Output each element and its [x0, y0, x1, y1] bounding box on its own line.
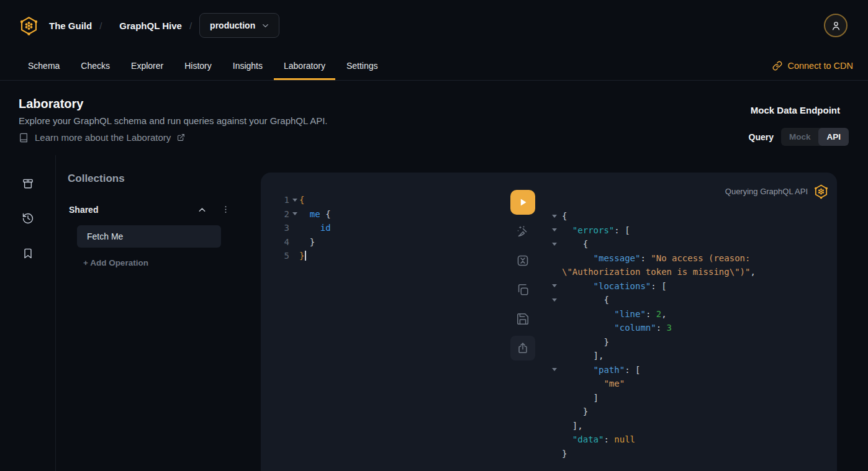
- code-token: me: [310, 209, 320, 219]
- line-number: 5: [279, 251, 289, 261]
- code-token: : [: [625, 365, 640, 375]
- code-token: }: [562, 337, 609, 347]
- fold-toggle-icon[interactable]: [546, 215, 562, 218]
- code-token: "locations": [594, 281, 651, 291]
- code-token: :: [656, 323, 667, 333]
- share-button[interactable]: [510, 336, 535, 361]
- code-token: {: [562, 239, 588, 249]
- fold-toggle-icon[interactable]: [546, 228, 562, 231]
- kebab-menu-icon[interactable]: [221, 204, 230, 215]
- copy-query-button[interactable]: [510, 277, 535, 302]
- fold-toggle-icon[interactable]: [546, 298, 562, 302]
- learn-more-link[interactable]: Learn more about the Laboratory: [19, 132, 185, 143]
- user-avatar[interactable]: [824, 14, 848, 37]
- endpoint-mode-label: Query: [749, 132, 774, 142]
- endpoint-option-api[interactable]: API: [818, 128, 849, 146]
- merge-fragments-button[interactable]: [510, 248, 535, 273]
- query-editor[interactable]: 1{2 me {3 id4 }5}: [279, 193, 503, 263]
- code-token: :: [604, 434, 614, 444]
- code-token: ]: [562, 393, 599, 403]
- laboratory-rail: [0, 155, 56, 471]
- collection-group-shared[interactable]: Shared: [57, 202, 261, 217]
- response-line: ]: [546, 391, 833, 405]
- bookmark-icon[interactable]: [22, 247, 34, 259]
- query-line: 4 }: [279, 235, 503, 249]
- tab-history[interactable]: History: [174, 51, 222, 80]
- line-number: 3: [279, 223, 289, 233]
- save-button[interactable]: [510, 307, 535, 331]
- play-icon: [516, 195, 530, 209]
- hive-logo-icon[interactable]: [19, 16, 39, 36]
- collection-group-label: Shared: [69, 205, 197, 215]
- graphiql-panel: 1{2 me {3 id4 }5}: [261, 173, 837, 471]
- page-header: Laboratory Explore your GraphQL schema a…: [0, 81, 868, 155]
- merge-icon: [515, 253, 530, 268]
- page-description: Explore your GraphQL schema and run quer…: [19, 115, 328, 126]
- endpoint-option-mock[interactable]: Mock: [781, 128, 819, 146]
- line-number: 1: [279, 195, 289, 205]
- response-line: }: [546, 335, 833, 349]
- code-token: [562, 281, 594, 291]
- connect-to-cdn-link[interactable]: Connect to CDN: [772, 51, 853, 80]
- fold-toggle-icon[interactable]: [546, 243, 562, 246]
- text-cursor: [305, 251, 306, 261]
- collections-panel: Collections Shared Fetch Me + Add Operat…: [57, 155, 261, 471]
- code-token: :: [646, 309, 656, 319]
- tab-laboratory[interactable]: Laboratory: [274, 51, 335, 80]
- history-icon[interactable]: [22, 212, 34, 225]
- fold-toggle-icon[interactable]: [546, 284, 562, 287]
- code-token: ,: [750, 267, 755, 277]
- tab-insights[interactable]: Insights: [223, 51, 273, 80]
- code-token: "me": [604, 379, 625, 388]
- code-token: :: [640, 253, 651, 263]
- response-viewer[interactable]: { "errors": [ { "message": "No access (r…: [546, 209, 833, 460]
- code-token: \"Authorization token is missing\")": [562, 267, 750, 277]
- operation-item[interactable]: Fetch Me: [77, 225, 221, 248]
- collections-icon[interactable]: [22, 177, 34, 190]
- execute-query-button[interactable]: [510, 190, 535, 215]
- response-pane: Querying GraphQL API { "errors": [ { "me…: [546, 173, 837, 471]
- tab-schema[interactable]: Schema: [18, 51, 70, 80]
- code-token: "line": [614, 309, 646, 319]
- prettify-button[interactable]: [510, 219, 535, 244]
- endpoint-mode-row: Query MockAPI: [749, 128, 849, 146]
- save-icon: [516, 312, 530, 326]
- response-line: ],: [546, 419, 833, 433]
- link-icon: [772, 61, 782, 71]
- tab-explorer[interactable]: Explorer: [121, 51, 173, 80]
- code-token: [562, 365, 594, 375]
- code-token: [562, 225, 572, 235]
- target-selector-label: production: [210, 20, 255, 30]
- code-token: 2: [656, 309, 661, 319]
- chevron-down-icon: [261, 21, 270, 30]
- target-selector-button[interactable]: production: [199, 13, 279, 38]
- code-token: }: [562, 449, 567, 459]
- breadcrumb-org[interactable]: The Guild: [49, 20, 92, 31]
- response-line: ],: [546, 349, 833, 363]
- project-nav: SchemaChecksExplorerHistoryInsightsLabor…: [0, 51, 868, 81]
- fold-toggle-icon[interactable]: [291, 199, 299, 202]
- response-line: "line": 2,: [546, 307, 833, 321]
- tab-checks[interactable]: Checks: [71, 51, 120, 80]
- query-line: 1{: [279, 193, 503, 207]
- learn-more-label: Learn more about the Laboratory: [35, 132, 171, 143]
- code-token: }: [562, 406, 588, 416]
- code-token: ],: [562, 421, 583, 431]
- query-line: 2 me {: [279, 207, 503, 222]
- top-bar: The Guild / GraphQL Hive / production: [0, 0, 868, 51]
- tab-settings[interactable]: Settings: [337, 51, 388, 80]
- response-line: \"Authorization token is missing\")",: [546, 265, 833, 279]
- breadcrumb-project[interactable]: GraphQL Hive: [119, 20, 182, 31]
- code-token: 3: [667, 323, 672, 333]
- response-line: {: [546, 237, 833, 251]
- code-token: ,: [661, 309, 666, 319]
- mock-endpoint-heading: Mock Data Endpoint: [751, 105, 840, 115]
- add-operation-button[interactable]: + Add Operation: [83, 258, 261, 267]
- page-title: Laboratory: [19, 97, 83, 111]
- fold-toggle-icon[interactable]: [291, 212, 299, 215]
- fold-toggle-icon[interactable]: [546, 368, 562, 371]
- code-token: [299, 223, 320, 233]
- line-number: 2: [279, 209, 289, 219]
- response-line: "column": 3: [546, 321, 833, 335]
- code-token: "data": [572, 434, 604, 444]
